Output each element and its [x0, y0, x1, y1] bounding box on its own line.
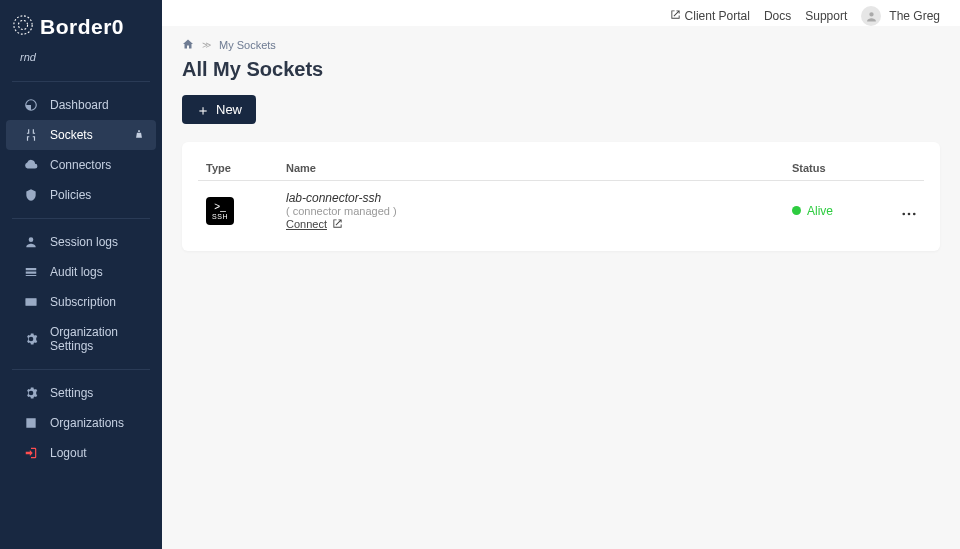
- sidebar-item-label: Connectors: [50, 158, 111, 172]
- client-portal-link[interactable]: Client Portal: [670, 9, 750, 23]
- sidebar-item-label: Audit logs: [50, 265, 103, 279]
- sidebar-item-policies[interactable]: Policies: [6, 180, 156, 210]
- external-link-icon: [670, 9, 681, 23]
- ssh-type-icon: >_ SSH: [206, 197, 234, 225]
- breadcrumb-sep-icon: ≫: [202, 40, 211, 50]
- connect-label: Connect: [286, 218, 327, 230]
- col-name-header: Name: [278, 156, 784, 181]
- sidebar-item-label: Policies: [50, 188, 91, 202]
- breadcrumb-current: My Sockets: [219, 39, 276, 51]
- settings-icon: [24, 386, 38, 400]
- connectors-icon: [24, 158, 38, 172]
- sidebar: Border0 rnd Dashboard Sockets Connectors: [0, 0, 162, 549]
- svg-point-3: [908, 213, 911, 216]
- external-link-icon: [332, 218, 343, 231]
- user-name: The Greg: [889, 9, 940, 23]
- docs-link[interactable]: Docs: [764, 9, 791, 23]
- sidebar-item-label: Sockets: [50, 128, 93, 142]
- sidebar-item-label: Organizations: [50, 416, 124, 430]
- cursor-icon: [134, 128, 144, 142]
- sidebar-item-label: Dashboard: [50, 98, 109, 112]
- nav-separator: [12, 369, 150, 370]
- sidebar-item-connectors[interactable]: Connectors: [6, 150, 156, 180]
- table-row[interactable]: >_ SSH lab-connector-ssh ( connector man…: [198, 181, 924, 242]
- sidebar-item-settings[interactable]: Settings: [6, 378, 156, 408]
- top-bar: Client Portal Docs Support The Greg: [162, 0, 960, 26]
- sidebar-item-org-settings[interactable]: Organization Settings: [6, 317, 156, 361]
- col-status-header: Status: [784, 156, 894, 181]
- support-link[interactable]: Support: [805, 9, 847, 23]
- sidebar-item-sockets[interactable]: Sockets: [6, 120, 156, 150]
- policies-icon: [24, 188, 38, 202]
- col-type-header: Type: [198, 156, 278, 181]
- sidebar-item-organizations[interactable]: Organizations: [6, 408, 156, 438]
- logout-icon: [24, 446, 38, 460]
- socket-name[interactable]: lab-connector-ssh: [286, 191, 776, 205]
- nav-separator: [12, 218, 150, 219]
- plus-icon: ＋: [196, 103, 210, 117]
- svg-point-0: [14, 16, 32, 34]
- home-icon[interactable]: [182, 38, 194, 52]
- row-actions-button[interactable]: [902, 202, 916, 219]
- sidebar-item-dashboard[interactable]: Dashboard: [6, 90, 156, 120]
- brand-title: Border0: [40, 15, 124, 39]
- svg-point-1: [18, 20, 27, 29]
- nav-separator: [12, 81, 150, 82]
- sockets-card: Type Name Status >_ SSH: [182, 142, 940, 251]
- socket-meta: ( connector managed ): [286, 205, 776, 217]
- sidebar-item-session-logs[interactable]: Session logs: [6, 227, 156, 257]
- sockets-table: Type Name Status >_ SSH: [198, 156, 924, 241]
- new-button-label: New: [216, 102, 242, 117]
- svg-point-2: [902, 213, 905, 216]
- content: ≫ My Sockets All My Sockets ＋ New Type N…: [162, 26, 960, 271]
- svg-point-4: [913, 213, 916, 216]
- status-dot-icon: [792, 206, 801, 215]
- avatar: [861, 6, 881, 26]
- organizations-icon: [24, 416, 38, 430]
- audit-logs-icon: [24, 265, 38, 279]
- sockets-icon: [24, 128, 38, 142]
- status-badge: Alive: [792, 204, 833, 218]
- sidebar-item-label: Settings: [50, 386, 93, 400]
- sidebar-item-audit-logs[interactable]: Audit logs: [6, 257, 156, 287]
- sidebar-item-logout[interactable]: Logout: [6, 438, 156, 468]
- main: Client Portal Docs Support The Greg ≫ My…: [162, 0, 960, 549]
- status-label: Alive: [807, 204, 833, 218]
- logo[interactable]: Border0: [0, 0, 162, 51]
- support-label: Support: [805, 9, 847, 23]
- breadcrumb: ≫ My Sockets: [182, 38, 940, 52]
- subscription-icon: [24, 295, 38, 309]
- dashboard-icon: [24, 98, 38, 112]
- sidebar-item-label: Organization Settings: [50, 325, 144, 353]
- sidebar-item-subscription[interactable]: Subscription: [6, 287, 156, 317]
- client-portal-label: Client Portal: [685, 9, 750, 23]
- sidebar-item-label: Session logs: [50, 235, 118, 249]
- col-actions-header: [894, 156, 924, 181]
- user-menu[interactable]: The Greg: [861, 6, 940, 26]
- org-label: rnd: [0, 51, 162, 75]
- logo-icon: [12, 14, 34, 39]
- docs-label: Docs: [764, 9, 791, 23]
- type-short: SSH: [212, 213, 228, 220]
- org-settings-icon: [24, 332, 38, 346]
- session-logs-icon: [24, 235, 38, 249]
- connect-link[interactable]: Connect: [286, 218, 343, 231]
- sidebar-item-label: Logout: [50, 446, 87, 460]
- new-button[interactable]: ＋ New: [182, 95, 256, 124]
- sidebar-item-label: Subscription: [50, 295, 116, 309]
- page-title: All My Sockets: [182, 58, 940, 81]
